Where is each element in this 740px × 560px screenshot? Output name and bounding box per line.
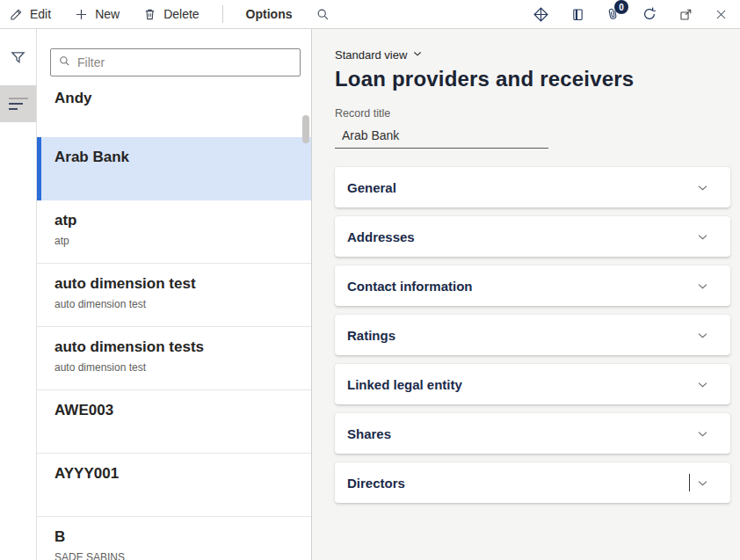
section-addresses[interactable]: Addresses xyxy=(335,216,730,257)
filter-funnel-icon[interactable] xyxy=(0,40,36,75)
record-list: Andy Arab Bank atp atp auto dimension te… xyxy=(37,78,311,560)
delete-button[interactable]: Delete xyxy=(142,7,199,22)
new-label: New xyxy=(95,7,120,21)
section-linked-legal-entity[interactable]: Linked legal entity xyxy=(335,364,730,404)
view-selector[interactable]: Standard view xyxy=(335,48,423,62)
list-item-title: B xyxy=(54,527,301,547)
view-selector-label: Standard view xyxy=(335,48,407,62)
list-item-subtitle: auto dimension test xyxy=(54,298,301,310)
chevron-down-icon xyxy=(412,48,423,62)
list-item-title: atp xyxy=(54,211,301,230)
close-icon[interactable] xyxy=(715,8,728,21)
record-title-input[interactable] xyxy=(335,127,548,149)
section-title: Linked legal entity xyxy=(347,377,462,392)
section-general[interactable]: General xyxy=(335,167,730,207)
filter-search-icon xyxy=(58,55,71,71)
filter-box xyxy=(50,48,301,76)
list-item-title: AYYY001 xyxy=(54,464,301,484)
lines-glyph xyxy=(9,98,28,110)
new-button[interactable]: New xyxy=(74,7,120,22)
delete-label: Delete xyxy=(163,7,199,21)
office-apps-icon[interactable] xyxy=(570,7,585,22)
chevron-down-icon xyxy=(696,230,709,244)
chevron-down-icon xyxy=(696,427,709,440)
section-title: Addresses xyxy=(347,229,415,244)
text-cursor xyxy=(689,474,690,491)
list-item[interactable]: Andy xyxy=(37,78,311,137)
command-bar: Edit New Delete Options xyxy=(0,0,740,29)
edit-label: Edit xyxy=(30,7,51,21)
list-item[interactable]: auto dimension tests auto dimension test xyxy=(37,327,311,390)
list-item-title: Andy xyxy=(54,89,301,108)
list-item-subtitle: auto dimension test xyxy=(54,361,301,374)
attachments-icon[interactable]: 0 xyxy=(606,6,620,22)
list-item-title: auto dimension tests xyxy=(54,338,301,357)
chevron-down-icon xyxy=(696,329,709,342)
main-panel: Standard view Loan providers and receive… xyxy=(312,29,740,560)
section-shares[interactable]: Shares xyxy=(335,413,730,454)
list-lines-icon[interactable] xyxy=(0,85,36,122)
list-item[interactable]: AWE003 xyxy=(37,390,311,454)
open-in-new-window-icon[interactable] xyxy=(678,7,693,22)
list-item-title: auto dimension test xyxy=(54,274,301,294)
filter-input[interactable] xyxy=(77,55,293,69)
list-item-title: Arab Bank xyxy=(54,148,301,167)
record-title-label: Record title xyxy=(335,107,740,120)
chevron-down-icon xyxy=(696,378,709,391)
chevron-down-icon xyxy=(696,181,709,194)
section-contact-information[interactable]: Contact information xyxy=(335,265,730,306)
dynamics-grid-icon[interactable] xyxy=(533,6,549,23)
list-item-subtitle: SADE SABINS xyxy=(54,551,301,560)
magnifier-icon xyxy=(316,7,330,22)
options-button[interactable]: Options xyxy=(246,7,293,21)
list-item-selected[interactable]: Arab Bank xyxy=(37,137,311,200)
section-directors[interactable]: Directors xyxy=(335,462,730,503)
pencil-icon xyxy=(9,7,24,22)
refresh-icon[interactable] xyxy=(642,6,657,22)
record-list-panel: Andy Arab Bank atp atp auto dimension te… xyxy=(37,29,312,560)
trash-icon xyxy=(142,7,157,22)
options-label: Options xyxy=(246,7,293,21)
list-item-title: AWE003 xyxy=(54,401,301,420)
list-item[interactable]: auto dimension test auto dimension test xyxy=(37,264,311,327)
search-button[interactable] xyxy=(316,7,330,22)
list-item[interactable]: atp atp xyxy=(37,200,311,264)
section-title: Ratings xyxy=(347,328,395,343)
section-list: General Addresses Contact information Ra… xyxy=(335,167,730,503)
list-scrollbar-thumb[interactable] xyxy=(302,115,309,143)
section-title: Contact information xyxy=(347,279,473,294)
list-item[interactable]: B SADE SABINS xyxy=(37,517,311,560)
section-ratings[interactable]: Ratings xyxy=(335,315,730,355)
page-title: Loan providers and receivers xyxy=(335,67,740,91)
chevron-down-icon xyxy=(696,280,709,293)
left-icon-strip xyxy=(0,29,37,560)
plus-icon xyxy=(74,7,89,22)
chevron-down-icon xyxy=(696,476,709,490)
attachments-badge: 0 xyxy=(614,0,628,14)
edit-button[interactable]: Edit xyxy=(9,7,51,22)
toolbar-divider xyxy=(222,5,223,23)
section-title: Directors xyxy=(347,476,405,491)
section-title: Shares xyxy=(347,426,391,441)
list-item-subtitle: atp xyxy=(54,235,301,247)
list-item[interactable]: AYYY001 xyxy=(37,454,311,517)
section-title: General xyxy=(347,180,396,195)
